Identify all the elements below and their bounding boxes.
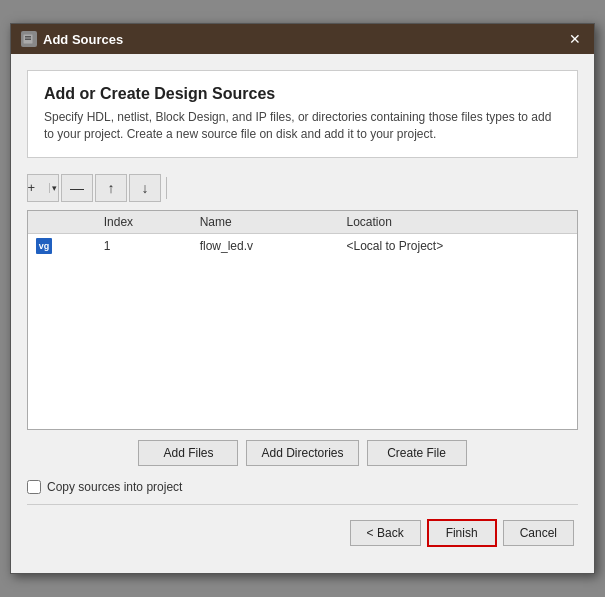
toolbar: + ▾ — ↑ ↓ [27,170,578,206]
nav-buttons: < Back Finish Cancel [27,513,578,557]
dialog-icon [21,31,37,47]
col-name: Name [192,211,339,234]
file-index: 1 [96,233,192,258]
remove-button[interactable]: — [61,174,93,202]
file-name: flow_led.v [192,233,339,258]
move-up-button[interactable]: ↑ [95,174,127,202]
dialog-body: Add or Create Design Sources Specify HDL… [11,54,594,573]
section-description: Specify HDL, netlist, Block Design, and … [44,109,561,143]
back-button[interactable]: < Back [350,520,421,546]
create-file-button[interactable]: Create File [367,440,467,466]
cancel-button[interactable]: Cancel [503,520,574,546]
add-sources-dialog: Add Sources ✕ Add or Create Design Sourc… [10,23,595,574]
col-index: Index [96,211,192,234]
add-button[interactable]: + ▾ [27,174,59,202]
copy-sources-label[interactable]: Copy sources into project [47,480,182,494]
add-files-button[interactable]: Add Files [138,440,238,466]
section-title: Add or Create Design Sources [44,85,561,103]
file-type-icon: vg [28,233,96,258]
file-table: Index Name Location vg1flow_led.v<Local … [28,211,577,258]
svg-rect-2 [25,39,31,41]
close-button[interactable]: ✕ [566,30,584,48]
toolbar-separator [166,177,167,199]
divider [27,504,578,505]
col-location: Location [338,211,577,234]
table-header-row: Index Name Location [28,211,577,234]
move-down-button[interactable]: ↓ [129,174,161,202]
svg-rect-1 [25,36,31,38]
file-location: <Local to Project> [338,233,577,258]
copy-sources-checkbox[interactable] [27,480,41,494]
add-directories-button[interactable]: Add Directories [246,440,358,466]
title-bar-left: Add Sources [21,31,123,47]
action-buttons: Add Files Add Directories Create File [27,430,578,474]
col-icon [28,211,96,234]
file-table-container: Index Name Location vg1flow_led.v<Local … [27,210,578,430]
table-row[interactable]: vg1flow_led.v<Local to Project> [28,233,577,258]
copy-sources-row: Copy sources into project [27,474,578,504]
finish-button[interactable]: Finish [427,519,497,547]
dialog-title: Add Sources [43,32,123,47]
add-icon: + [24,180,48,195]
section-header: Add or Create Design Sources Specify HDL… [27,70,578,158]
title-bar: Add Sources ✕ [11,24,594,54]
